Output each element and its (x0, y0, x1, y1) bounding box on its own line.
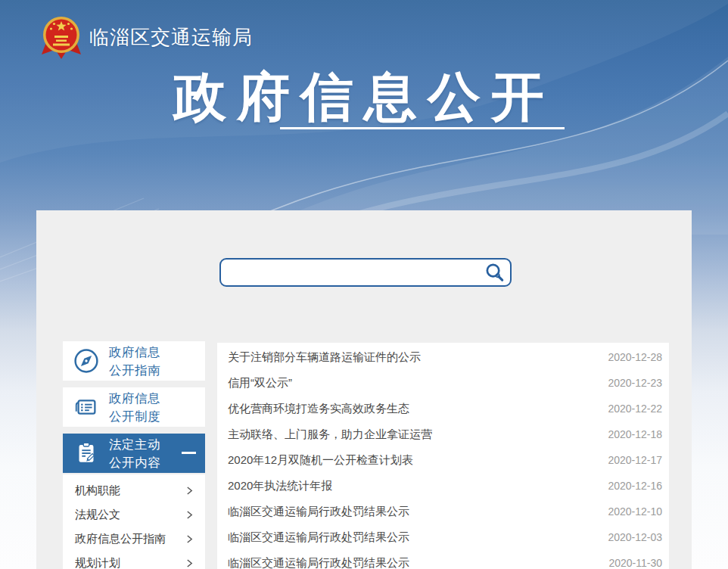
search-button[interactable] (478, 260, 510, 285)
label-line2: 公开内容 (109, 456, 160, 469)
label-line1: 政府信息 (109, 345, 160, 359)
news-date: 2020-12-17 (608, 454, 662, 466)
news-row[interactable]: 临淄区交通运输局行政处罚结果公示 2020-11-30 (217, 550, 669, 569)
news-date: 2020-12-28 (608, 351, 662, 363)
submenu-label: 机构职能 (75, 483, 186, 498)
page-title: 政府信息公开 (0, 62, 728, 133)
news-row[interactable]: 2020年执法统计年报 2020-12-16 (217, 473, 669, 499)
submenu-label: 政府信息公开指南 (75, 532, 186, 546)
sidebar-item-label: 政府信息 公开制度 (109, 389, 160, 425)
content-panel: 政府信息 公开指南 政府信息 公开制度 (36, 210, 692, 569)
label-line1: 法定主动 (109, 437, 160, 451)
label-line2: 公开制度 (109, 409, 160, 423)
book-icon (73, 393, 100, 421)
news-title[interactable]: 临淄区交通运输局行政处罚结果公示 (228, 505, 599, 519)
news-row[interactable]: 2020年12月双随机一公开检查计划表 2020-12-17 (217, 447, 669, 473)
submenu-label: 规划计划 (75, 556, 186, 569)
submenu-item-plans[interactable]: 规划计划 (63, 551, 205, 569)
news-title[interactable]: 2020年执法统计年报 (228, 479, 599, 493)
clipboard-pen-icon (73, 440, 100, 467)
chevron-right-icon (186, 486, 193, 496)
news-date: 2020-12-10 (608, 505, 662, 518)
search-input[interactable] (221, 260, 478, 285)
sidebar-item-label: 政府信息 公开指南 (109, 343, 160, 379)
chevron-right-icon (186, 510, 193, 520)
news-date: 2020-12-03 (608, 531, 662, 543)
label-line2: 公开指南 (109, 363, 160, 377)
search-bar (219, 258, 512, 287)
news-title[interactable]: 2020年12月双随机一公开检查计划表 (228, 453, 599, 468)
news-date: 2020-12-23 (608, 377, 662, 389)
sidebar-item-label: 法定主动 公开内容 (109, 435, 160, 471)
submenu-item-org-functions[interactable]: 机构职能 (63, 478, 205, 502)
title-underline (280, 127, 565, 129)
news-date: 2020-11-30 (608, 557, 662, 569)
news-row[interactable]: 关于注销部分车辆道路运输证件的公示 2020-12-28 (217, 344, 669, 370)
news-list: 关于注销部分车辆道路运输证件的公示 2020-12-28 信用“双公示” 202… (217, 343, 669, 569)
submenu-item-regulations[interactable]: 法规公文 (63, 502, 205, 527)
news-date: 2020-12-22 (608, 403, 662, 415)
news-date: 2020-12-16 (608, 480, 662, 492)
news-title[interactable]: 主动联络、上门服务，助力企业拿证运营 (228, 428, 599, 442)
collapse-minus-icon (182, 452, 196, 454)
agency-name: 临淄区交通运输局 (89, 24, 253, 51)
news-title[interactable]: 临淄区交通运输局行政处罚结果公示 (228, 556, 599, 569)
label-line1: 政府信息 (109, 391, 160, 405)
submenu-label: 法规公文 (75, 508, 186, 522)
search-icon (484, 262, 506, 284)
chevron-right-icon (186, 558, 193, 568)
news-row[interactable]: 主动联络、上门服务，助力企业拿证运营 2020-12-18 (217, 421, 669, 447)
sidebar-item-statutory-disclosure[interactable]: 法定主动 公开内容 (63, 434, 205, 473)
news-title[interactable]: 关于注销部分车辆道路运输证件的公示 (228, 350, 599, 365)
brand: 临淄区交通运输局 (42, 15, 253, 59)
news-row[interactable]: 临淄区交通运输局行政处罚结果公示 2020-12-10 (217, 499, 669, 524)
news-title[interactable]: 临淄区交通运输局行政处罚结果公示 (228, 530, 599, 545)
sidebar-item-guide[interactable]: 政府信息 公开指南 (63, 341, 205, 381)
national-emblem-icon (42, 15, 81, 59)
chevron-right-icon (186, 534, 193, 544)
news-row[interactable]: 信用“双公示” 2020-12-23 (217, 370, 669, 396)
sidebar-submenu: 机构职能 法规公文 政府信息公开指南 规划计划 (63, 474, 205, 569)
sidebar: 政府信息 公开指南 政府信息 公开制度 (63, 341, 205, 569)
news-title[interactable]: 优化营商环境打造务实高效政务生态 (228, 402, 599, 416)
news-row[interactable]: 临淄区交通运输局行政处罚结果公示 2020-12-03 (217, 524, 669, 550)
compass-icon (73, 347, 100, 375)
news-row[interactable]: 优化营商环境打造务实高效政务生态 2020-12-22 (217, 396, 669, 421)
submenu-item-disclosure-guide[interactable]: 政府信息公开指南 (63, 527, 205, 551)
news-title[interactable]: 信用“双公示” (228, 376, 599, 390)
news-date: 2020-12-18 (608, 428, 662, 440)
sidebar-item-system[interactable]: 政府信息 公开制度 (63, 387, 205, 427)
